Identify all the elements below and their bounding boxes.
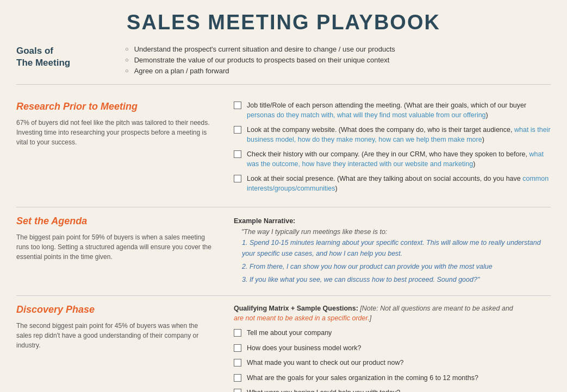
agenda-right: Example Narrative: "The way I typically …	[234, 216, 551, 287]
checklist-item: Tell me about your company	[234, 328, 551, 338]
checkbox-icon[interactable]	[234, 150, 241, 158]
discovery-header: Qualifying Matrix + Sample Questions: [N…	[234, 304, 551, 323]
research-left: Research Prior to Meeting 67% of buyers …	[16, 101, 223, 199]
discovery-title: Discovery Phase	[16, 304, 212, 315]
agenda-row: Set the Agenda The biggest pain point fo…	[16, 207, 551, 296]
checklist-item: What made you want to check out our prod…	[234, 358, 551, 368]
discovery-desc: The second biggest pain point for 45% of…	[16, 321, 212, 350]
question-text: What are the goals for your sales organi…	[247, 374, 478, 383]
discovery-right: Qualifying Matrix + Sample Questions: [N…	[234, 304, 551, 392]
matrix-note-link: are not meant to be asked in a specific …	[234, 314, 370, 322]
checkbox-icon[interactable]	[234, 374, 241, 382]
matrix-label: Qualifying Matrix + Sample Questions:	[234, 305, 358, 312]
page-container: SALES MEETING PLAYBOOK Goals of The Meet…	[0, 0, 567, 392]
discovery-left: Discovery Phase The second biggest pain …	[16, 304, 223, 392]
narrative-label: Example Narrative:	[234, 217, 295, 225]
agenda-desc: The biggest pain point for 59% of buyers…	[16, 232, 212, 262]
checklist-item: Look at the company website. (What does …	[234, 125, 551, 144]
checklist-item: How does your business model work?	[234, 344, 551, 353]
checklist-item: Job title/Role of each person attending …	[234, 101, 551, 120]
checkbox-icon[interactable]	[234, 344, 241, 352]
agenda-narrative: Example Narrative: "The way I typically …	[234, 216, 551, 285]
checklist-item: Check their history with our company. (A…	[234, 150, 551, 169]
goals-bullets-list: Understand the prospect's current situat…	[125, 45, 395, 78]
research-row: Research Prior to Meeting 67% of buyers …	[16, 93, 551, 207]
list-item: Understand the prospect's current situat…	[125, 45, 395, 53]
link-text: what was the outcome, how have they inte…	[247, 150, 544, 168]
discovery-row: Discovery Phase The second biggest pain …	[16, 296, 551, 392]
checklist-item: Look at their social presence. (What are…	[234, 174, 551, 193]
checkbox-icon[interactable]	[234, 126, 241, 134]
narrative-line-1: 1. Spend 10-15 minutes learning about yo…	[242, 237, 551, 259]
narrative-intro: "The way I typically run meetings like t…	[234, 228, 387, 236]
list-item: Demonstrate the value of our products to…	[125, 56, 395, 64]
link-text: personas do they match with, what will t…	[247, 111, 486, 119]
agenda-title: Set the Agenda	[16, 216, 212, 227]
research-title: Research Prior to Meeting	[16, 101, 212, 112]
research-desc: 67% of buyers did not feel like the pitc…	[16, 118, 212, 147]
checkbox-icon[interactable]	[234, 389, 241, 392]
research-right: Job title/Role of each person attending …	[234, 101, 551, 199]
narrative-line-3: 3. If you like what you see, we can disc…	[242, 274, 551, 285]
main-title: SALES MEETING PLAYBOOK	[16, 11, 551, 34]
question-text: How does your business model work?	[247, 344, 362, 353]
agenda-left: Set the Agenda The biggest pain point fo…	[16, 216, 223, 287]
checklist-item: What were you hoping I could help you wi…	[234, 388, 551, 392]
narrative-line-2: 2. From there, I can show you how our pr…	[242, 261, 551, 272]
list-item: Agree on a plan / path forward	[125, 67, 395, 75]
goals-label: Goals of The Meeting	[16, 45, 103, 69]
question-text: Tell me about your company	[247, 328, 332, 338]
checkbox-icon[interactable]	[234, 359, 241, 366]
link-text: what is their business model, how do the…	[247, 126, 551, 143]
goals-section: Goals of The Meeting Understand the pros…	[16, 45, 551, 85]
question-text: What were you hoping I could help you wi…	[247, 388, 400, 392]
question-text: What made you want to check out our prod…	[247, 358, 403, 368]
checklist-item: What are the goals for your sales organi…	[234, 374, 551, 383]
checkbox-icon[interactable]	[234, 175, 241, 182]
checkbox-icon[interactable]	[234, 329, 241, 337]
checkbox-icon[interactable]	[234, 102, 241, 109]
link-text: common interests/groups/communities	[247, 175, 549, 192]
